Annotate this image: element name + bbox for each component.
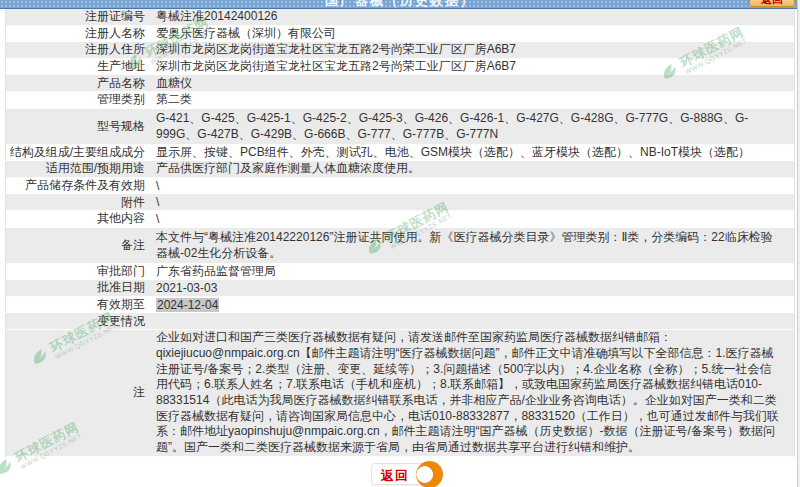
row-value: 深圳市龙岗区龙岗街道宝龙社区宝龙五路2号尚荣工业厂区厂房A6B7 <box>152 41 794 58</box>
row-cert-number: 注册证编号 粤械注准20142400126 <box>6 9 794 26</box>
row-label: 注 <box>6 385 152 401</box>
row-approval-dept: 审批部门 广东省药品监督管理局 <box>6 264 794 281</box>
row-value: 血糖仪 <box>152 75 794 92</box>
row-value: 粤械注准20142400126 <box>152 8 794 25</box>
row-label: 审批部门 <box>6 263 152 280</box>
row-other-content: 其他内容 \ <box>6 211 794 228</box>
row-label: 有效期至 <box>6 296 152 313</box>
row-label: 产品名称 <box>6 75 152 92</box>
back-button-label: 返回 <box>381 467 409 485</box>
row-change-status: 变更情况 <box>6 313 794 330</box>
row-registrant-name: 注册人名称 爱奥乐医疗器械（深圳）有限公司 <box>6 26 794 43</box>
row-attachment: 附件 \ <box>6 194 794 211</box>
footer: 返回 <box>0 457 800 487</box>
row-value: 广东省药品监督管理局 <box>152 263 794 280</box>
row-label: 注册证编号 <box>6 8 152 25</box>
row-value: \ <box>152 212 794 226</box>
row-label: 批准日期 <box>6 279 152 296</box>
row-value: 第二类 <box>152 91 794 108</box>
registration-detail-table: 注册证编号 粤械注准20142400126 注册人名称 爱奥乐医疗器械（深圳）有… <box>0 9 800 457</box>
row-value: 2021-03-03 <box>152 281 794 295</box>
row-management-class: 管理类别 第二类 <box>6 92 794 109</box>
row-label: 其他内容 <box>6 210 152 227</box>
row-approval-date: 批准日期 2021-03-03 <box>6 280 794 297</box>
selected-text: 2024-12-04 <box>156 298 219 312</box>
row-production-address: 生产地址 深圳市龙岗区龙岗街道宝龙社区宝龙五路2号尚荣工业厂区厂房A6B7 <box>6 59 794 76</box>
top-back-button[interactable]: 返回 <box>749 0 795 7</box>
row-label: 型号规格 <box>6 118 152 134</box>
row-value: \ <box>152 179 794 193</box>
row-registrant-address: 注册人住所 深圳市龙岗区龙岗街道宝龙社区宝龙五路2号尚荣工业厂区厂房A6B7 <box>6 42 794 59</box>
row-model-specs: 型号规格 G-421、G-425、G-425-1、G-425-2、G-425-3… <box>6 109 794 145</box>
row-value: \ <box>152 195 794 209</box>
row-label: 结构及组成/主要组成成分 <box>6 144 152 161</box>
row-label: 管理类别 <box>6 91 152 108</box>
row-value: 显示屏、按键、PCB组件、外壳、测试孔、电池、GSM模块（选配）、蓝牙模块（选配… <box>152 144 794 161</box>
row-label: 适用范围/预期用途 <box>6 160 152 177</box>
row-label: 注册人住所 <box>6 41 152 58</box>
row-note: 注 企业如对进口和国产三类医疗器械数据有疑问，请发送邮件至国家药监局医疗器械数据… <box>6 330 794 457</box>
row-label: 备注 <box>6 237 152 253</box>
row-value: 2024-12-04 <box>152 298 794 312</box>
row-label: 变更情况 <box>6 313 152 330</box>
row-valid-until: 有效期至 2024-12-04 <box>6 297 794 314</box>
row-label: 生产地址 <box>6 58 152 75</box>
row-remark: 备注 本文件与“粤械注准20142220126”注册证共同使用。新《医疗器械分类… <box>6 228 794 264</box>
row-value: 本文件与“粤械注准20142220126”注册证共同使用。新《医疗器械分类目录》… <box>152 229 794 261</box>
row-value: 深圳市龙岗区龙岗街道宝龙社区宝龙五路2号尚荣工业厂区厂房A6B7 <box>152 58 794 75</box>
row-value: 爱奥乐医疗器械（深圳）有限公司 <box>152 25 794 42</box>
row-label: 注册人名称 <box>6 25 152 42</box>
row-product-name: 产品名称 血糖仪 <box>6 75 794 92</box>
row-intended-use: 适用范围/预期用途 产品供医疗部门及家庭作测量人体血糖浓度使用。 <box>6 161 794 178</box>
row-label: 产品储存条件及有效期 <box>6 177 152 194</box>
back-button[interactable]: 返回 <box>371 463 429 485</box>
row-value: 企业如对进口和国产三类医疗器械数据有疑问，请发送邮件至国家药监局医疗器械数据纠错… <box>152 330 794 456</box>
row-composition: 结构及组成/主要组成成分 显示屏、按键、PCB组件、外壳、测试孔、电池、GSM模… <box>6 145 794 162</box>
row-label: 附件 <box>6 194 152 211</box>
row-storage: 产品储存条件及有效期 \ <box>6 178 794 195</box>
row-value: 产品供医疗部门及家庭作测量人体血糖浓度使用。 <box>152 160 794 177</box>
row-value: G-421、G-425、G-425-1、G-425-2、G-425-3、G-42… <box>152 110 794 142</box>
back-button-circle-icon <box>416 461 443 487</box>
